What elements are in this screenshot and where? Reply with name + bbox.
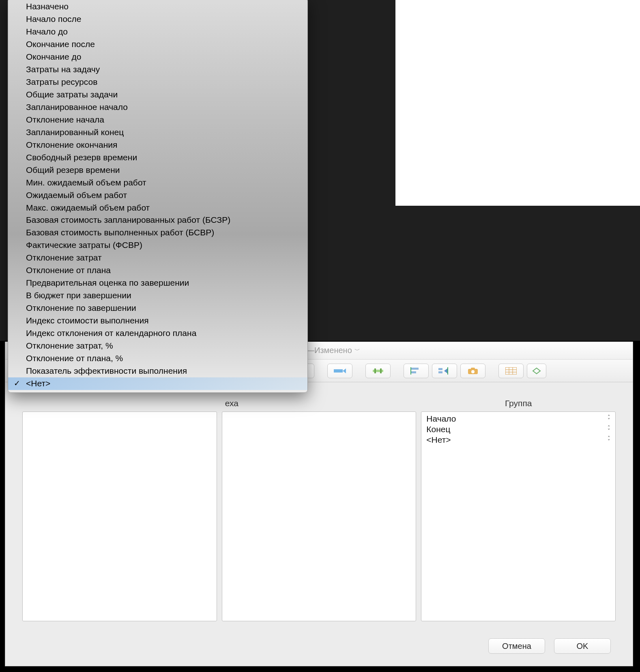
popup-item[interactable]: Отклонение затрат, % [8,340,307,352]
right-listbox[interactable]: Начало˄˅Конец˄˅<Нет>˄˅ [421,411,616,621]
toolbar-button-snap[interactable] [432,364,457,378]
svg-rect-6 [380,368,382,373]
ok-button[interactable]: OK [554,638,611,654]
cancel-button-label: Отмена [502,642,531,651]
popup-item-label: Начало до [26,26,68,38]
toolbar-button-camera[interactable] [460,364,485,378]
popup-item-label: Затраты на задачу [26,64,100,75]
popup-item[interactable]: Запланированный конец [8,126,307,139]
list-item[interactable]: Конец˄˅ [421,424,615,435]
popup-item-label: Мин. ожидаемый объем работ [26,177,146,189]
grid-icon [505,367,517,375]
snap-icon [438,367,451,375]
popup-item-label: Общие затраты задачи [26,89,118,101]
popup-item[interactable]: Окончание после [8,38,307,51]
popup-item[interactable]: Предварительная оценка по завершении [8,277,307,289]
popup-item-label: <Нет> [26,378,50,390]
popup-item[interactable]: Отклонение по завершении [8,302,307,314]
popup-item-label: Отклонение от плана, % [26,353,123,364]
stepper-icon[interactable]: ˄˅ [608,416,610,422]
cancel-button[interactable]: Отмена [488,638,545,654]
popup-item[interactable]: Отклонение затрат [8,252,307,264]
popup-item-label: Отклонение затрат [26,252,102,264]
middle-column-header: еха [222,398,417,411]
popup-item-label: Показатель эффективности выполнения [26,365,187,377]
stepper-icon[interactable]: ˄˅ [608,426,610,433]
background-white-panel [395,0,640,206]
list-item[interactable]: Начало˄˅ [421,414,615,424]
diamond-icon [530,367,543,375]
popup-item[interactable]: Назначено [8,0,307,13]
popup-item-label: В бюджет при завершении [26,290,131,302]
camera-icon [468,367,478,375]
toolbar-button-task[interactable] [327,364,352,378]
middle-listbox[interactable] [222,411,417,621]
popup-item[interactable]: Фактические затраты (ФСВР) [8,239,307,252]
popup-item[interactable]: Отклонение начала [8,114,307,126]
popup-item-label: Отклонение от плана [26,265,111,276]
popup-item-label: Предварительная оценка по завершении [26,277,189,289]
svg-rect-7 [410,368,419,370]
popup-item-label: Назначено [26,1,69,13]
popup-item[interactable]: Ожидаемый объем работ [8,189,307,202]
list-item-label: Начало [426,414,456,424]
popup-item[interactable]: Начало после [8,13,307,26]
popup-item-label: Общий резерв времени [26,164,120,176]
svg-rect-8 [410,371,416,373]
popup-item-label: Отклонение начала [26,114,104,126]
popup-item-label: Свободный резерв времени [26,152,137,164]
popup-item[interactable]: Мин. ожидаемый объем работ [8,177,307,189]
svg-rect-16 [505,367,517,375]
toolbar-button-diamond[interactable] [527,364,546,378]
svg-rect-10 [438,368,442,370]
popup-item-label: Отклонение по завершении [26,302,136,314]
left-listbox[interactable] [22,411,217,621]
popup-item[interactable]: В бюджет при завершении [8,289,307,302]
popup-item-label: Индекс стоимости выполнения [26,315,149,327]
popup-item[interactable]: Базовая стоимость выполненных работ (БСВ… [8,226,307,239]
toolbar-button-align[interactable] [404,364,429,378]
popup-item[interactable]: Отклонение окончания [8,139,307,151]
level-icon [372,368,384,374]
svg-rect-5 [374,368,376,373]
left-column-header [22,398,217,411]
popup-item[interactable]: Свободный резерв времени [8,151,307,164]
popup-item-label: Начало после [26,13,82,25]
popup-item[interactable]: Отклонение от плана, % [8,352,307,365]
popup-item[interactable]: Общий резерв времени [8,164,307,177]
popup-item[interactable]: Показатель эффективности выполнения [8,365,307,377]
popup-item-label: Индекс отклонения от календарного плана [26,327,196,339]
middle-column: еха [222,398,417,621]
chevron-down-icon[interactable]: ﹀ [354,347,360,354]
popup-item[interactable]: Базовая стоимость запланированных работ … [8,214,307,226]
list-item-label: Конец [426,424,450,434]
left-column [22,398,217,621]
popup-item-label: Макс. ожидаемый объем работ [26,202,150,214]
title-status: Изменено [314,346,352,355]
toolbar-button-level[interactable] [365,364,391,378]
toolbar-button-grid[interactable] [498,364,524,378]
popup-item[interactable]: Макс. ожидаемый объем работ [8,202,307,214]
svg-point-15 [471,370,475,373]
popup-item[interactable]: Начало до [8,26,307,38]
svg-rect-9 [410,367,411,375]
list-item[interactable]: <Нет>˄˅ [421,435,615,445]
popup-item-label: Окончание после [26,39,95,50]
popup-item[interactable]: ✓<Нет> [8,377,307,390]
stepper-icon[interactable]: ˄˅ [608,437,610,443]
popup-item[interactable]: Затраты на задачу [8,63,307,76]
popup-item-label: Базовая стоимость выполненных работ (БСВ… [26,227,214,239]
dropdown-popup[interactable]: НазначеноНачало послеНачало доОкончание … [8,0,308,393]
check-icon: ✓ [14,378,20,389]
popup-item[interactable]: Индекс стоимости выполнения [8,314,307,327]
popup-item-label: Затраты ресурсов [26,76,97,88]
popup-item-label: Базовая стоимость запланированных работ … [26,214,230,226]
popup-item[interactable]: Запланированное начало [8,101,307,114]
popup-item[interactable]: Отклонение от плана [8,264,307,277]
popup-item[interactable]: Затраты ресурсов [8,76,307,88]
popup-item[interactable]: Индекс отклонения от календарного плана [8,327,307,340]
popup-item[interactable]: Общие затраты задачи [8,88,307,101]
popup-item-label: Отклонение затрат, % [26,340,113,352]
popup-item[interactable]: Окончание до [8,51,307,63]
dialog-footer: Отмена OK [488,638,611,654]
